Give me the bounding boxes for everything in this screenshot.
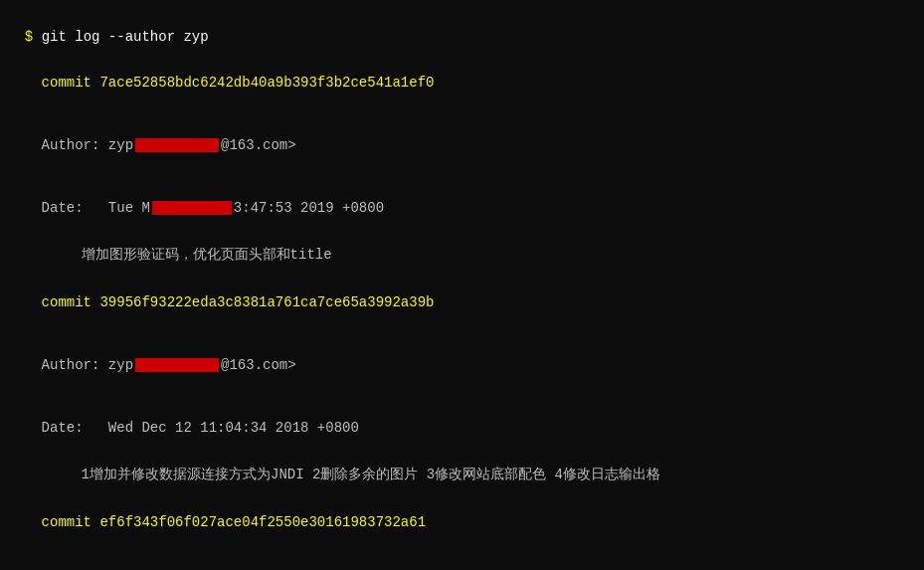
author-email-redacted-1: [135, 138, 219, 152]
commit-keyword-1: commit: [42, 75, 100, 91]
commit-message-2: 1增加并修改数据源连接方式为JNDI 2删除多余的图片 3修改网站底部配色 4修…: [8, 460, 916, 489]
date-redacted-1: [152, 201, 232, 215]
commit-block-2: commit 39956f93222eda3c8381a761ca7ce65a3…: [8, 272, 916, 489]
date-value-2: Wed Dec 12 11:04:34 2018 +0800: [84, 420, 359, 436]
date-label-2: Date:: [42, 420, 84, 436]
author-name-1: zyp: [99, 137, 133, 153]
author-line-2: Author: zyp @163.com>: [8, 334, 916, 397]
commit-block-1: commit 7ace52858bdc6242db40a9b393f3b2ce5…: [8, 52, 916, 270]
date-line-2: Date: Wed Dec 12 11:04:34 2018 +0800: [8, 397, 916, 460]
commit-keyword-3: commit: [42, 514, 100, 530]
commit-keyword-2: commit: [42, 294, 100, 310]
commit-hash-line-1: commit 7ace52858bdc6242db40a9b393f3b2ce5…: [8, 52, 916, 114]
prompt: $: [25, 29, 42, 45]
commit-hash-line-2: commit 39956f93222eda3c8381a761ca7ce65a3…: [8, 272, 916, 334]
author-label-1: Author:: [42, 137, 100, 153]
commit-hash-value-1[interactable]: 7ace52858bdc6242db40a9b393f3b2ce541a1ef0: [99, 75, 434, 91]
author-line-3: Author: zyp 163.com>: [8, 554, 916, 570]
author-email-redacted-2: [135, 358, 219, 372]
author-label-2: Author:: [42, 357, 100, 373]
author-email-suffix-2: @163.com>: [221, 357, 296, 373]
author-name-2: zyp: [99, 357, 133, 373]
commit-hash-value-3[interactable]: ef6f343f06f027ace04f2550e30161983732a61: [99, 514, 426, 530]
command-line: $ git log --author zyp: [8, 6, 916, 48]
date-rest-1: 3:47:53 2019 +0800: [234, 200, 384, 216]
author-email-suffix-1: @163.com>: [221, 137, 296, 153]
date-label-1: Date:: [42, 200, 84, 216]
date-value-1: Tue M: [84, 200, 150, 216]
command-text: git log --author zyp: [42, 29, 209, 45]
date-line-1: Date: Tue M 3:47:53 2019 +0800: [8, 177, 916, 240]
commit-hash-line-3: commit ef6f343f06f027ace04f2550e30161983…: [8, 491, 916, 554]
author-line-1: Author: zyp @163.com>: [8, 114, 916, 177]
commit-message-1: 增加图形验证码，优化页面头部和title: [8, 240, 916, 270]
commit-block-3: commit ef6f343f06f027ace04f2550e30161983…: [8, 491, 916, 570]
commit-hash-value-2[interactable]: 39956f93222eda3c8381a761ca7ce65a3992a39b: [99, 294, 434, 310]
